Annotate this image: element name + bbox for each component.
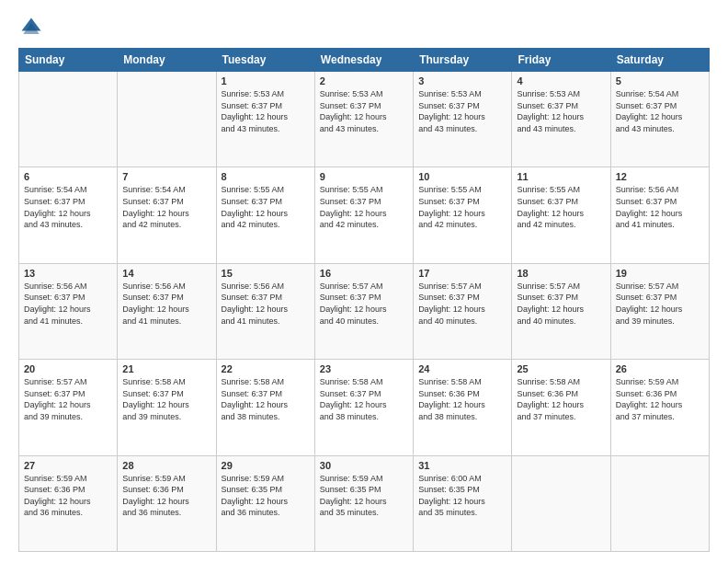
- day-info: Sunrise: 5:53 AM Sunset: 6:37 PM Dayligh…: [320, 88, 408, 134]
- day-number: 26: [616, 363, 704, 374]
- calendar-cell: 10Sunrise: 5:55 AM Sunset: 6:37 PM Dayli…: [414, 167, 512, 263]
- week-row-3: 13Sunrise: 5:56 AM Sunset: 6:37 PM Dayli…: [19, 263, 710, 359]
- day-info: Sunrise: 5:53 AM Sunset: 6:37 PM Dayligh…: [418, 88, 506, 134]
- day-info: Sunrise: 5:55 AM Sunset: 6:37 PM Dayligh…: [222, 184, 310, 230]
- day-number: 15: [222, 268, 310, 279]
- day-number: 31: [418, 460, 506, 471]
- day-info: Sunrise: 5:55 AM Sunset: 6:37 PM Dayligh…: [320, 184, 408, 230]
- calendar-cell: 12Sunrise: 5:56 AM Sunset: 6:37 PM Dayli…: [610, 167, 709, 263]
- calendar-cell: 5Sunrise: 5:54 AM Sunset: 6:37 PM Daylig…: [610, 72, 709, 167]
- day-info: Sunrise: 5:59 AM Sunset: 6:35 PM Dayligh…: [320, 473, 408, 519]
- day-number: 6: [24, 171, 112, 182]
- calendar-cell: 24Sunrise: 5:58 AM Sunset: 6:36 PM Dayli…: [414, 360, 512, 455]
- day-info: Sunrise: 5:57 AM Sunset: 6:37 PM Dayligh…: [24, 376, 112, 422]
- calendar-cell: 21Sunrise: 5:58 AM Sunset: 6:37 PM Dayli…: [118, 360, 216, 455]
- day-number: 13: [24, 268, 112, 279]
- day-number: 19: [616, 268, 704, 279]
- header: [18, 15, 710, 40]
- calendar-table: SundayMondayTuesdayWednesdayThursdayFrid…: [18, 48, 710, 552]
- day-number: 7: [122, 171, 210, 182]
- day-number: 12: [616, 171, 704, 182]
- calendar-cell: 15Sunrise: 5:56 AM Sunset: 6:37 PM Dayli…: [216, 263, 314, 359]
- calendar-cell: 27Sunrise: 5:59 AM Sunset: 6:36 PM Dayli…: [19, 455, 118, 551]
- day-number: 23: [320, 363, 408, 374]
- header-cell-friday: Friday: [512, 49, 610, 72]
- calendar-cell: [512, 455, 610, 551]
- logo-icon: [18, 15, 44, 40]
- day-info: Sunrise: 5:54 AM Sunset: 6:37 PM Dayligh…: [24, 184, 112, 230]
- calendar-cell: 4Sunrise: 5:53 AM Sunset: 6:37 PM Daylig…: [512, 72, 610, 167]
- day-number: 29: [222, 460, 310, 471]
- calendar-cell: 20Sunrise: 5:57 AM Sunset: 6:37 PM Dayli…: [19, 360, 118, 455]
- calendar-cell: 30Sunrise: 5:59 AM Sunset: 6:35 PM Dayli…: [314, 455, 413, 551]
- day-info: Sunrise: 6:00 AM Sunset: 6:35 PM Dayligh…: [418, 473, 506, 519]
- day-info: Sunrise: 5:53 AM Sunset: 6:37 PM Dayligh…: [517, 88, 605, 134]
- calendar-cell: 7Sunrise: 5:54 AM Sunset: 6:37 PM Daylig…: [118, 167, 216, 263]
- day-info: Sunrise: 5:55 AM Sunset: 6:37 PM Dayligh…: [418, 184, 506, 230]
- week-row-1: 1Sunrise: 5:53 AM Sunset: 6:37 PM Daylig…: [19, 72, 710, 167]
- calendar-cell: 18Sunrise: 5:57 AM Sunset: 6:37 PM Dayli…: [512, 263, 610, 359]
- logo: [18, 15, 50, 40]
- day-number: 16: [320, 268, 408, 279]
- week-row-5: 27Sunrise: 5:59 AM Sunset: 6:36 PM Dayli…: [19, 455, 710, 551]
- day-number: 18: [517, 268, 605, 279]
- header-cell-wednesday: Wednesday: [314, 49, 413, 72]
- day-info: Sunrise: 5:58 AM Sunset: 6:36 PM Dayligh…: [418, 376, 506, 422]
- day-number: 25: [517, 363, 605, 374]
- day-info: Sunrise: 5:59 AM Sunset: 6:35 PM Dayligh…: [222, 473, 310, 519]
- calendar-cell: 28Sunrise: 5:59 AM Sunset: 6:36 PM Dayli…: [118, 455, 216, 551]
- calendar-body: 1Sunrise: 5:53 AM Sunset: 6:37 PM Daylig…: [19, 72, 710, 552]
- day-number: 22: [222, 363, 310, 374]
- calendar-cell: [118, 72, 216, 167]
- calendar-cell: 14Sunrise: 5:56 AM Sunset: 6:37 PM Dayli…: [118, 263, 216, 359]
- calendar-cell: [610, 455, 709, 551]
- day-info: Sunrise: 5:56 AM Sunset: 6:37 PM Dayligh…: [222, 281, 310, 327]
- day-number: 21: [122, 363, 210, 374]
- day-number: 17: [418, 268, 506, 279]
- day-info: Sunrise: 5:59 AM Sunset: 6:36 PM Dayligh…: [24, 473, 112, 519]
- day-number: 20: [24, 363, 112, 374]
- calendar-cell: 29Sunrise: 5:59 AM Sunset: 6:35 PM Dayli…: [216, 455, 314, 551]
- header-cell-thursday: Thursday: [414, 49, 512, 72]
- calendar-cell: 25Sunrise: 5:58 AM Sunset: 6:36 PM Dayli…: [512, 360, 610, 455]
- page: SundayMondayTuesdayWednesdayThursdayFrid…: [0, 0, 728, 563]
- day-info: Sunrise: 5:59 AM Sunset: 6:36 PM Dayligh…: [122, 473, 210, 519]
- day-info: Sunrise: 5:55 AM Sunset: 6:37 PM Dayligh…: [517, 184, 605, 230]
- day-number: 28: [122, 460, 210, 471]
- calendar-cell: 1Sunrise: 5:53 AM Sunset: 6:37 PM Daylig…: [216, 72, 314, 167]
- day-number: 11: [517, 171, 605, 182]
- calendar-header: SundayMondayTuesdayWednesdayThursdayFrid…: [19, 49, 710, 72]
- calendar-cell: 31Sunrise: 6:00 AM Sunset: 6:35 PM Dayli…: [414, 455, 512, 551]
- day-info: Sunrise: 5:54 AM Sunset: 6:37 PM Dayligh…: [122, 184, 210, 230]
- day-number: 5: [616, 75, 704, 86]
- calendar-cell: 16Sunrise: 5:57 AM Sunset: 6:37 PM Dayli…: [314, 263, 413, 359]
- header-cell-sunday: Sunday: [19, 49, 118, 72]
- day-number: 8: [222, 171, 310, 182]
- day-info: Sunrise: 5:54 AM Sunset: 6:37 PM Dayligh…: [616, 88, 704, 134]
- calendar-cell: 22Sunrise: 5:58 AM Sunset: 6:37 PM Dayli…: [216, 360, 314, 455]
- calendar-cell: 17Sunrise: 5:57 AM Sunset: 6:37 PM Dayli…: [414, 263, 512, 359]
- day-info: Sunrise: 5:56 AM Sunset: 6:37 PM Dayligh…: [122, 281, 210, 327]
- calendar-cell: 2Sunrise: 5:53 AM Sunset: 6:37 PM Daylig…: [314, 72, 413, 167]
- calendar-cell: 3Sunrise: 5:53 AM Sunset: 6:37 PM Daylig…: [414, 72, 512, 167]
- day-number: 1: [222, 75, 310, 86]
- day-info: Sunrise: 5:56 AM Sunset: 6:37 PM Dayligh…: [24, 281, 112, 327]
- header-row: SundayMondayTuesdayWednesdayThursdayFrid…: [19, 49, 710, 72]
- day-info: Sunrise: 5:57 AM Sunset: 6:37 PM Dayligh…: [517, 281, 605, 327]
- calendar-cell: 11Sunrise: 5:55 AM Sunset: 6:37 PM Dayli…: [512, 167, 610, 263]
- calendar-cell: 9Sunrise: 5:55 AM Sunset: 6:37 PM Daylig…: [314, 167, 413, 263]
- day-number: 27: [24, 460, 112, 471]
- day-info: Sunrise: 5:57 AM Sunset: 6:37 PM Dayligh…: [616, 281, 704, 327]
- calendar-cell: 19Sunrise: 5:57 AM Sunset: 6:37 PM Dayli…: [610, 263, 709, 359]
- day-info: Sunrise: 5:59 AM Sunset: 6:36 PM Dayligh…: [616, 376, 704, 422]
- day-info: Sunrise: 5:57 AM Sunset: 6:37 PM Dayligh…: [418, 281, 506, 327]
- day-number: 2: [320, 75, 408, 86]
- week-row-2: 6Sunrise: 5:54 AM Sunset: 6:37 PM Daylig…: [19, 167, 710, 263]
- calendar-cell: 8Sunrise: 5:55 AM Sunset: 6:37 PM Daylig…: [216, 167, 314, 263]
- calendar-cell: 13Sunrise: 5:56 AM Sunset: 6:37 PM Dayli…: [19, 263, 118, 359]
- header-cell-saturday: Saturday: [610, 49, 709, 72]
- day-number: 24: [418, 363, 506, 374]
- header-cell-tuesday: Tuesday: [216, 49, 314, 72]
- day-number: 4: [517, 75, 605, 86]
- day-info: Sunrise: 5:53 AM Sunset: 6:37 PM Dayligh…: [222, 88, 310, 134]
